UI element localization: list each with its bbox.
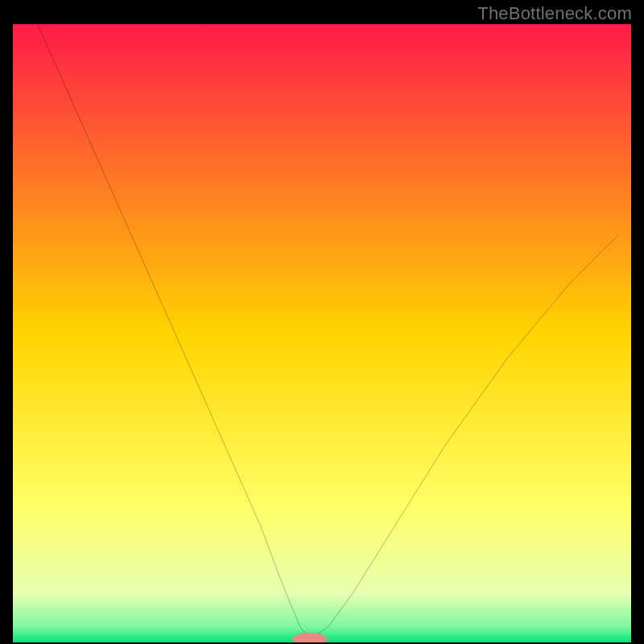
chart-frame	[12, 23, 632, 643]
watermark-text: TheBottleneck.com	[477, 3, 632, 24]
bottleneck-chart	[13, 24, 631, 642]
chart-background	[13, 24, 631, 642]
